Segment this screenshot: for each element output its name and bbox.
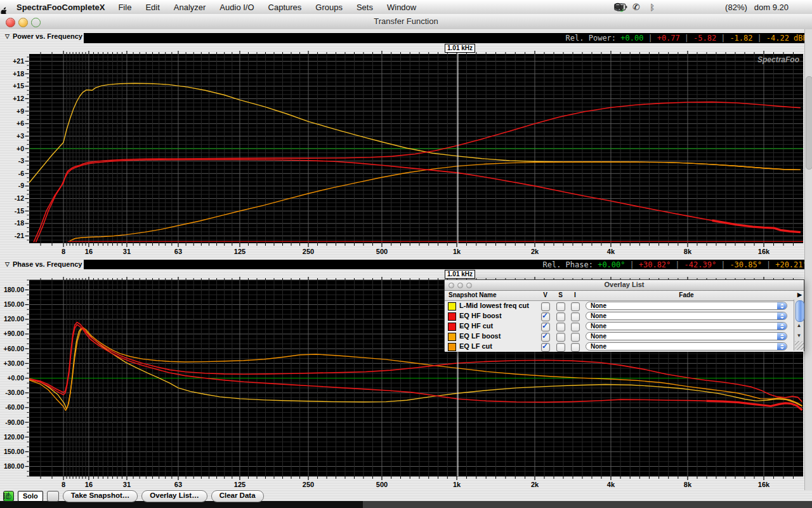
overlay-list-title-bar[interactable]: Overlay List bbox=[445, 280, 804, 291]
fade-dropdown[interactable]: None bbox=[586, 322, 787, 330]
bottom-edge-left bbox=[0, 501, 363, 508]
solo-checkbox[interactable] bbox=[556, 302, 565, 311]
header-expand-arrow-icon[interactable]: ▶ bbox=[797, 291, 802, 298]
take-snapshot-button[interactable]: Take Snapshot… bbox=[63, 490, 138, 502]
readout-value: -30.85° bbox=[730, 260, 762, 269]
menu-analyzer[interactable]: Analyzer bbox=[167, 3, 213, 12]
window-scrollbar[interactable] bbox=[804, 29, 812, 490]
inspect-checkbox[interactable] bbox=[571, 312, 580, 321]
wifi-icon[interactable] bbox=[693, 0, 706, 14]
x-tick-label: 31 bbox=[123, 248, 131, 255]
menu-groups[interactable]: Groups bbox=[308, 3, 350, 12]
channel-matrix-button[interactable] bbox=[47, 491, 59, 502]
menu-captures[interactable]: Captures bbox=[261, 3, 309, 12]
solo-checkbox[interactable] bbox=[556, 312, 565, 321]
panel-minimize-icon[interactable] bbox=[457, 283, 463, 288]
y-tick-label: -6 bbox=[18, 170, 24, 177]
x-tick-label: 4k bbox=[607, 248, 615, 255]
fade-dropdown[interactable]: None bbox=[586, 312, 787, 320]
disclosure-triangle-icon[interactable]: ▽ bbox=[5, 33, 10, 39]
snapshot-name: L-Mid lowest freq cut bbox=[459, 302, 529, 309]
overlay-row-eq-lf-boost[interactable]: EQ LF boost✓None bbox=[445, 331, 804, 342]
dropdown-stepper-icon[interactable] bbox=[777, 333, 787, 340]
inspect-checkbox[interactable] bbox=[571, 323, 580, 331]
readout-value: -4.22 dBR bbox=[766, 34, 808, 43]
bluetooth-icon[interactable]: ᛒ bbox=[646, 0, 658, 14]
overlay-scrollbar-thumb[interactable] bbox=[796, 300, 804, 322]
x-tick-label: 250 bbox=[303, 248, 314, 255]
volume-icon[interactable] bbox=[678, 0, 690, 14]
menu-clock[interactable]: dom 9.20 bbox=[750, 3, 792, 12]
visible-checkbox[interactable]: ✓ bbox=[541, 343, 550, 352]
snapshot-color-swatch[interactable] bbox=[448, 302, 456, 311]
fade-value: None bbox=[591, 343, 606, 350]
spotlight-icon[interactable] bbox=[796, 0, 808, 14]
solo-checkbox[interactable] bbox=[556, 333, 565, 342]
readout-separator: | bbox=[762, 260, 775, 269]
y-tick-label: -3 bbox=[18, 157, 24, 164]
x-tick-label: 1k bbox=[453, 248, 461, 255]
inspect-checkbox[interactable] bbox=[571, 302, 580, 311]
visible-checkbox[interactable]: ✓ bbox=[541, 333, 550, 342]
phase-section-header[interactable]: ▽ Phase vs. Frequency bbox=[5, 259, 82, 269]
menu-bar: SpectraFooCompleteX FileEditAnalyzerAudi… bbox=[0, 0, 812, 15]
menu-audio-i-o[interactable]: Audio I/O bbox=[213, 3, 261, 12]
x-tick-label: 250 bbox=[303, 481, 314, 488]
power-section-header[interactable]: ▽ Power vs. Frequency bbox=[5, 31, 82, 41]
snapshot-color-swatch[interactable] bbox=[448, 343, 456, 351]
window-scrollbar-thumb[interactable] bbox=[806, 76, 812, 170]
overlay-list-button[interactable]: Overlay List… bbox=[141, 490, 207, 502]
fade-dropdown[interactable]: None bbox=[586, 302, 787, 310]
power-vs-frequency-plot[interactable]: 81631631252505001k2k4k8k16k+21+18+15+12+… bbox=[0, 51, 804, 259]
x-tick-label: 16k bbox=[758, 248, 770, 255]
x-tick-label: 8 bbox=[62, 248, 65, 255]
scroll-down-arrow-icon[interactable]: ▼ bbox=[794, 331, 804, 340]
menu-sets[interactable]: Sets bbox=[350, 3, 380, 12]
resize-grip[interactable] bbox=[795, 341, 804, 350]
overlay-row-eq-hf-boost[interactable]: EQ HF boost✓None bbox=[445, 311, 804, 321]
visible-checkbox[interactable]: ✓ bbox=[541, 312, 550, 321]
overlay-row-l-mid-lowest-freq-cut[interactable]: L-Mid lowest freq cutNone bbox=[445, 301, 804, 311]
snapshot-color-swatch[interactable] bbox=[448, 312, 456, 321]
app-menu-name[interactable]: SpectraFooCompleteX bbox=[8, 3, 111, 12]
overlay-row-eq-hf-cut[interactable]: EQ HF cut✓None bbox=[445, 321, 804, 331]
panel-close-icon[interactable] bbox=[449, 283, 454, 288]
y-tick-label: +9 bbox=[16, 107, 24, 115]
battery-icon[interactable] bbox=[709, 0, 722, 14]
visible-checkbox[interactable]: ✓ bbox=[541, 323, 550, 331]
solo-checkbox[interactable] bbox=[556, 343, 565, 352]
inspect-checkbox[interactable] bbox=[571, 333, 580, 342]
time-machine-icon[interactable] bbox=[662, 0, 674, 14]
scroll-up-arrow-icon[interactable]: ▲ bbox=[794, 321, 804, 330]
menu-edit[interactable]: Edit bbox=[138, 3, 166, 12]
disclosure-triangle-icon[interactable]: ▽ bbox=[5, 261, 10, 267]
snapshot-color-swatch[interactable] bbox=[448, 333, 456, 341]
menu-window[interactable]: Window bbox=[380, 3, 423, 12]
snapshot-color-swatch[interactable] bbox=[448, 323, 456, 331]
dropdown-stepper-icon[interactable] bbox=[777, 323, 787, 330]
y-tick-label: -21 bbox=[15, 232, 24, 239]
readout-separator: | bbox=[625, 260, 639, 269]
battery-percent: (82%) bbox=[725, 3, 747, 12]
dropdown-stepper-icon[interactable] bbox=[777, 343, 787, 350]
y-tick-label: +12 bbox=[13, 95, 24, 102]
clear-data-button[interactable]: Clear Data bbox=[211, 490, 264, 502]
inspect-checkbox[interactable] bbox=[571, 343, 580, 352]
phone-icon[interactable]: ✆ bbox=[630, 0, 643, 14]
fade-dropdown[interactable]: None bbox=[586, 332, 787, 340]
dropdown-stepper-icon[interactable] bbox=[777, 302, 787, 309]
readout-value: -5.82 bbox=[693, 34, 716, 43]
window-title-bar[interactable]: Transfer Function bbox=[0, 14, 812, 30]
solo-button[interactable]: Solo bbox=[18, 491, 43, 502]
fade-dropdown[interactable]: None bbox=[586, 342, 787, 351]
solo-checkbox[interactable] bbox=[556, 323, 565, 331]
panel-zoom-icon[interactable] bbox=[466, 283, 472, 288]
y-tick-label: +0.00 bbox=[7, 374, 24, 382]
dropdown-stepper-icon[interactable] bbox=[777, 312, 787, 319]
readout-label: Rel. Power: bbox=[566, 34, 621, 43]
overlay-list-scrollbar[interactable]: ▲ ▼ bbox=[794, 300, 804, 351]
overlay-row-eq-lf-cut[interactable]: EQ LF cut✓None bbox=[445, 342, 804, 352]
menu-file[interactable]: File bbox=[111, 3, 138, 12]
readout-separator: | bbox=[671, 260, 684, 269]
visible-checkbox[interactable] bbox=[541, 302, 550, 311]
